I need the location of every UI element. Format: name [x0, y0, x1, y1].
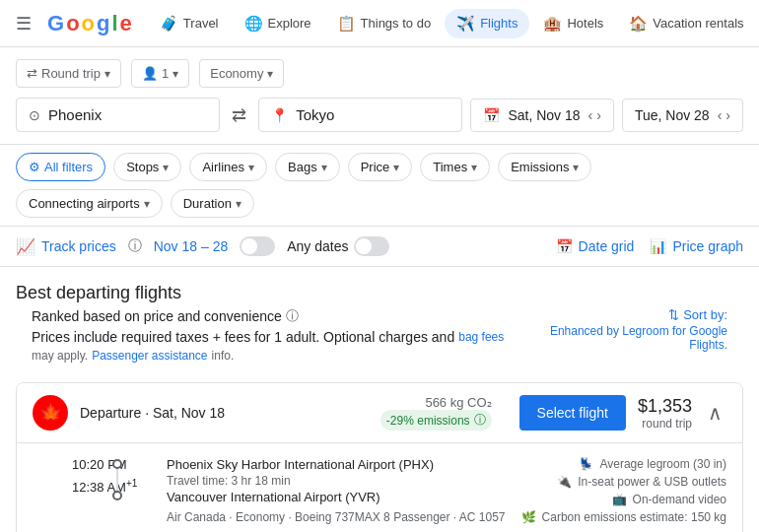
- tab-travel[interactable]: 🧳 Travel: [148, 9, 231, 38]
- tab-hotels[interactable]: 🏨 Hotels: [531, 9, 615, 38]
- origin-input[interactable]: ⊙: [16, 98, 220, 132]
- results-info: Ranked based on price and convenience ⓘ …: [16, 307, 743, 370]
- arrive-airport: Vancouver International Airport (YVR): [167, 490, 506, 504]
- airline-logo: 🍁: [33, 395, 68, 431]
- tab-explore-label: Explore: [268, 16, 311, 31]
- date-prev-icon[interactable]: ‹: [588, 107, 593, 123]
- bag-fees-link[interactable]: bag fees: [458, 330, 504, 344]
- date-grid-label: Date grid: [579, 238, 635, 254]
- tab-things-label: Things to do: [361, 16, 432, 31]
- filter-icon: ⚙: [29, 160, 40, 174]
- results-subtitle: Ranked based on price and convenience ⓘ …: [32, 307, 550, 363]
- results-header: Best departing flights Ranked based on p…: [0, 267, 759, 374]
- segment-1-amenities: 💺 Average legroom (30 in) 🔌 In-seat powe…: [521, 457, 726, 524]
- date-to-prev-icon[interactable]: ‹: [718, 107, 723, 123]
- passengers-selector[interactable]: 👤 1 ▾: [131, 59, 189, 88]
- calendar-icon: 📅: [483, 107, 500, 123]
- flights-icon: ✈️: [456, 15, 475, 33]
- filters-bar: ⚙ All filters Stops ▾ Airlines ▾ Bags ▾ …: [0, 145, 759, 227]
- trip-type-selector[interactable]: ⇄ Round trip ▾: [16, 59, 121, 88]
- trending-icon: 📈: [16, 237, 35, 256]
- enhanced-flights: Flights.: [689, 338, 727, 352]
- any-dates-toggle[interactable]: [354, 236, 389, 256]
- amenity-video: 📺 On-demand video: [521, 493, 726, 506]
- tab-flights[interactable]: ✈️ Flights: [445, 9, 529, 38]
- segment-dot-bottom: [112, 491, 122, 500]
- enhanced-text: Enhanced by Legroom for Google: [550, 324, 727, 338]
- date-from-input[interactable]: 📅 Sat, Nov 18 ‹ ›: [470, 99, 614, 132]
- cabin-selector[interactable]: Economy ▾: [199, 59, 284, 88]
- enhanced-label: Enhanced by Legroom for Google Flights.: [550, 324, 727, 352]
- tab-explore[interactable]: 🌐 Explore: [233, 9, 323, 38]
- price-graph-button[interactable]: 📊 Price graph: [650, 238, 743, 254]
- tab-vacation-label: Vacation rentals: [653, 16, 743, 31]
- tab-vacation[interactable]: 🏠 Vacation rentals: [617, 9, 755, 38]
- track-prices-button[interactable]: 📈 Track prices: [16, 237, 116, 256]
- select-flight-button[interactable]: Select flight: [519, 395, 626, 431]
- price-label: Price: [361, 160, 390, 174]
- duration-filter[interactable]: Duration ▾: [171, 189, 254, 218]
- track-toggle[interactable]: [240, 236, 275, 256]
- date-grid-button[interactable]: 📅 Date grid: [556, 238, 635, 254]
- passengers-chevron: ▾: [172, 67, 178, 81]
- legroom-text: Average legroom (30 in): [599, 457, 726, 471]
- connecting-airports-chevron: ▾: [144, 197, 150, 211]
- airlines-label: Airlines: [202, 160, 244, 174]
- bags-filter[interactable]: Bags ▾: [275, 153, 340, 181]
- destination-pin-icon: 📍: [271, 107, 288, 123]
- swap-button[interactable]: ⇄: [228, 100, 250, 130]
- airline-info-1: Air Canada · Economy · Boeing 737MAX 8 P…: [167, 510, 506, 524]
- person-icon: 👤: [142, 66, 158, 81]
- tab-things[interactable]: 📋 Things to do: [325, 9, 444, 38]
- date-from-nav: ‹ ›: [588, 107, 601, 123]
- swap-icon: ⇄: [27, 66, 37, 81]
- times-filter[interactable]: Times ▾: [420, 153, 490, 181]
- date-to-input[interactable]: Tue, Nov 28 ‹ ›: [622, 99, 743, 132]
- segment-1-details: Phoenix Sky Harbor International Airport…: [167, 457, 506, 524]
- price-label: round trip: [638, 417, 692, 431]
- track-info-icon[interactable]: ⓘ: [128, 237, 142, 255]
- hotels-icon: 🏨: [543, 15, 562, 33]
- origin-field[interactable]: [48, 106, 207, 123]
- flight-segment-1: 10:20 PM 12:38 AM+1 Phoenix Sky Harbor I…: [17, 443, 742, 532]
- destination-input[interactable]: 📍: [258, 98, 462, 132]
- arrive-time: 12:38 AM+1: [72, 478, 151, 495]
- info-icon2: ⓘ: [286, 307, 299, 325]
- top-navigation: ☰ Google 🧳 Travel 🌐 Explore 📋 Things to …: [0, 0, 759, 47]
- airlines-filter[interactable]: Airlines ▾: [189, 153, 267, 181]
- airlines-chevron: ▾: [248, 161, 254, 174]
- all-filters-button[interactable]: ⚙ All filters: [16, 153, 105, 181]
- date-to-label: Tue, Nov 28: [635, 107, 710, 123]
- emissions-filter[interactable]: Emissions ▾: [498, 153, 591, 181]
- hamburger-menu[interactable]: ☰: [16, 13, 32, 34]
- emissions-info-icon[interactable]: ⓘ: [474, 412, 486, 429]
- expand-button[interactable]: ∧: [704, 401, 726, 425]
- bags-chevron: ▾: [321, 161, 327, 174]
- date-next-icon[interactable]: ›: [596, 107, 601, 123]
- tab-travel-label: Travel: [183, 16, 219, 31]
- times-chevron: ▾: [471, 161, 477, 174]
- explore-icon: 🌐: [244, 15, 263, 33]
- co2-icon: 🌿: [521, 510, 536, 524]
- price-filter[interactable]: Price ▾: [348, 153, 413, 181]
- stops-filter[interactable]: Stops ▾: [113, 153, 181, 181]
- emissions-chevron: ▾: [573, 161, 579, 174]
- connecting-airports-label: Connecting airports: [29, 196, 140, 211]
- stops-label: Stops: [126, 160, 159, 174]
- sort-by-button[interactable]: ⇅ Sort by:: [668, 307, 727, 322]
- emissions-label: Emissions: [511, 160, 569, 174]
- depart-time: 10:20 PM: [72, 457, 151, 472]
- vacation-icon: 🏠: [629, 15, 648, 33]
- all-filters-label: All filters: [44, 160, 93, 174]
- power-text: In-seat power & USB outlets: [578, 475, 726, 489]
- amenity-co2: 🌿 Carbon emissions estimate: 150 kg: [521, 510, 726, 524]
- duration-chevron: ▾: [236, 197, 242, 211]
- passenger-assistance-link[interactable]: Passenger assistance: [92, 349, 207, 363]
- date-to-next-icon[interactable]: ›: [725, 107, 730, 123]
- bags-label: Bags: [288, 160, 317, 174]
- connecting-airports-filter[interactable]: Connecting airports ▾: [16, 189, 163, 218]
- flight-card-header: 🍁 Departure · Sat, Nov 18 566 kg CO₂ -29…: [17, 383, 742, 443]
- results-title: Best departing flights: [16, 283, 743, 303]
- track-prices-label: Track prices: [41, 238, 116, 254]
- destination-field[interactable]: [296, 106, 449, 123]
